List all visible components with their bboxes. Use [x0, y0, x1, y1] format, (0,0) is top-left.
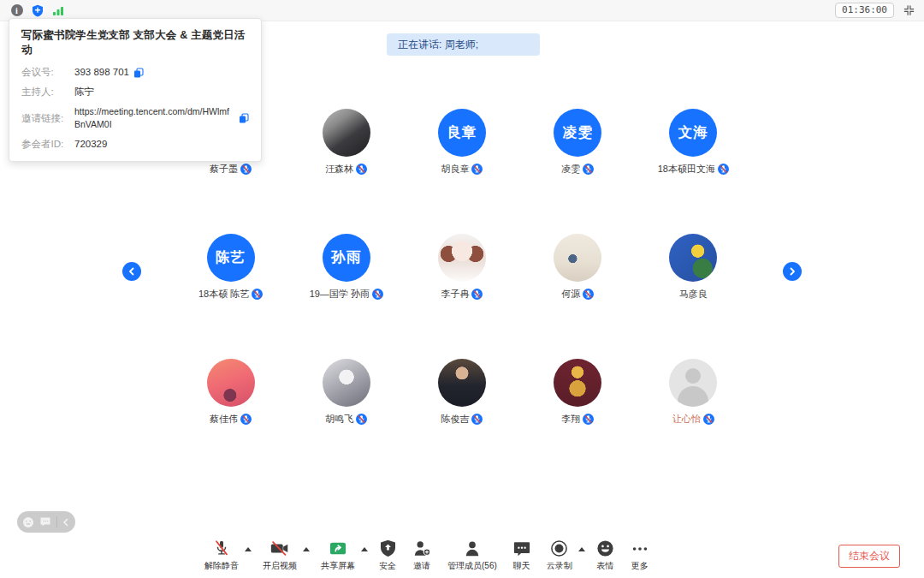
meeting-number-label: 会议号: [21, 66, 74, 79]
share-screen-label: 共享屏幕 [321, 560, 355, 572]
exit-fullscreen-icon [903, 3, 915, 17]
mic-options-caret[interactable] [245, 547, 252, 551]
muted-mic-icon [583, 164, 594, 175]
quick-reaction-pill [17, 511, 75, 533]
participant-avatar: 文海 [669, 109, 717, 157]
participant-tile[interactable]: 陈艺 18本硕 陈艺 [173, 234, 288, 359]
more-icon [631, 540, 649, 557]
chat-icon [513, 540, 530, 557]
more-button[interactable]: 更多 [629, 540, 651, 572]
muted-mic-icon [718, 164, 729, 175]
chevron-left-icon [62, 518, 69, 527]
network-signal-button[interactable] [51, 4, 64, 17]
copy-icon [239, 113, 249, 123]
unmute-button[interactable]: 解除静音 [203, 540, 240, 572]
meeting-info-button[interactable]: i [10, 4, 23, 17]
manage-members-button[interactable]: 管理成员(56) [446, 540, 499, 572]
muted-mic-icon [471, 414, 483, 425]
cloud-record-button[interactable]: 云录制 [545, 540, 574, 572]
participant-tile[interactable]: 陈俊吉 [404, 359, 519, 484]
start-video-button[interactable]: 开启视频 [261, 540, 299, 572]
info-icon: i [11, 4, 23, 16]
muted-mic-icon [240, 414, 252, 425]
muted-mic-icon [471, 289, 483, 300]
participant-grid: 子墨 蔡子墨 汪森林 [173, 109, 751, 484]
participant-name-row: 马彦良 [679, 288, 708, 301]
participant-tile[interactable]: 李翔 [520, 359, 636, 484]
mic-muted-icon [212, 539, 231, 557]
emoji-button[interactable]: 表情 [595, 540, 616, 572]
next-page-button[interactable] [783, 262, 802, 281]
quick-emoji-button[interactable] [22, 516, 34, 528]
participant-id-row: 参会者ID: 720329 [21, 138, 249, 151]
participant-name-row: 胡良章 [441, 163, 483, 176]
exit-fullscreen-button[interactable] [903, 4, 915, 17]
invite-button[interactable]: 邀请 [411, 540, 433, 572]
avatar-initials: 良章 [447, 123, 477, 142]
quick-chat-button[interactable] [39, 516, 51, 527]
camera-off-icon [270, 539, 290, 557]
participant-tile[interactable]: 何源 [520, 234, 636, 359]
collapse-pill-button[interactable] [62, 518, 69, 527]
manage-members-label: 管理成员(56) [447, 560, 497, 572]
participant-name-row: 汪森林 [325, 163, 367, 176]
participant-name-row: 让心怡 [672, 413, 714, 426]
meeting-number-value: 393 898 701 [74, 66, 129, 79]
security-shield-icon [380, 539, 396, 557]
meeting-info-panel: 写际蜜书院学生党支部 支部大会 & 主题党日活动 会议号: 393 898 70… [9, 18, 262, 162]
prev-page-button[interactable] [122, 262, 141, 281]
participant-tile[interactable]: 李子冉 [404, 234, 519, 359]
participant-tile[interactable]: 蔡佳伟 [173, 359, 288, 484]
record-options-caret[interactable] [578, 547, 585, 551]
muted-mic-icon [583, 289, 594, 300]
participant-avatar [207, 359, 255, 407]
more-label: 更多 [631, 560, 649, 572]
participant-name-row: 胡鸣飞 [325, 413, 367, 426]
invite-icon [412, 539, 431, 557]
meeting-toolbar: 解除静音 开启视频 共享屏幕 [203, 543, 664, 572]
copy-invite-link-button[interactable] [239, 113, 249, 123]
meeting-protection-button[interactable] [31, 4, 44, 17]
participant-id-value: 720329 [74, 138, 107, 151]
participant-avatar [438, 234, 486, 282]
muted-mic-icon [372, 289, 383, 300]
participant-tile[interactable]: 让心怡 [636, 359, 751, 484]
host-label: 主持人: [21, 86, 74, 98]
start-video-label: 开启视频 [263, 560, 297, 572]
participant-avatar [669, 359, 717, 407]
participant-avatar [554, 234, 601, 282]
muted-mic-icon [583, 414, 594, 425]
meeting-number-row: 会议号: 393 898 701 [21, 66, 249, 79]
participant-tile[interactable]: 孙雨 19—国学 孙雨 [288, 234, 404, 359]
meeting-title: 写际蜜书院学生党支部 支部大会 & 主题党日活动 [21, 28, 249, 57]
security-button[interactable]: 安全 [377, 540, 398, 572]
participant-name-row: 李翔 [561, 413, 594, 426]
emoji-icon [596, 539, 614, 557]
participant-tile[interactable]: 文海 18本硕田文海 [636, 109, 751, 234]
participant-avatar: 良章 [438, 109, 486, 157]
participant-name: 蔡子墨 [210, 163, 238, 176]
invite-link-label: 邀请链接: [21, 112, 74, 125]
share-screen-button[interactable]: 共享屏幕 [319, 540, 357, 572]
participant-tile[interactable]: 马彦良 [636, 234, 751, 359]
end-meeting-button[interactable]: 结束会议 [838, 545, 900, 568]
muted-mic-icon [471, 164, 483, 175]
chat-label: 聊天 [513, 560, 530, 572]
copy-meeting-number-button[interactable] [133, 68, 144, 78]
participant-name-row: 李子冉 [441, 288, 483, 301]
speaking-banner-text: 正在讲话: 周老师; [398, 38, 478, 52]
participant-avatar [323, 359, 370, 407]
muted-mic-icon [240, 164, 252, 175]
chat-button[interactable]: 聊天 [512, 540, 532, 572]
share-options-caret[interactable] [361, 547, 368, 551]
participant-tile[interactable]: 胡鸣飞 [288, 359, 404, 484]
participant-tile[interactable]: 凌雯 凌雯 [520, 109, 636, 234]
participant-tile[interactable]: 良章 胡良章 [404, 109, 519, 234]
participant-tile[interactable]: 汪森林 [288, 109, 404, 234]
participant-name: 18本硕田文海 [658, 163, 715, 176]
muted-mic-icon [252, 289, 263, 300]
host-row: 主持人: 陈宁 [21, 86, 249, 98]
participant-name-row: 凌雯 [561, 163, 594, 176]
copy-icon [133, 68, 144, 78]
video-options-caret[interactable] [303, 547, 310, 551]
